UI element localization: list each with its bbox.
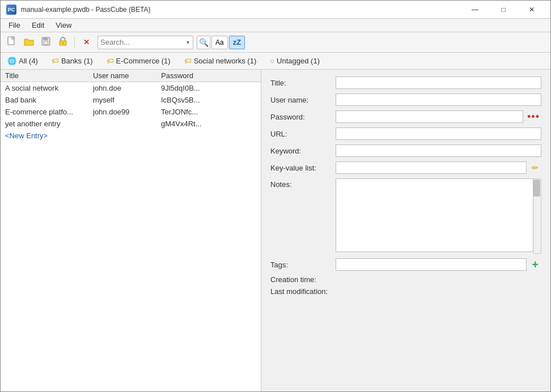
password-reveal-button[interactable]: ••• <box>525 110 541 123</box>
creation-time-row: Creation time: <box>270 275 541 284</box>
kv-row: ✏ <box>336 161 541 174</box>
titlebar: PC manual-example.pwdb - PassCube (BETA)… <box>1 1 550 19</box>
categories-bar: 🌐 All (4) 🏷 Banks (1) 🏷 E-Commerce (1) 🏷… <box>1 53 550 70</box>
table-row[interactable]: yet another entry gM4Vx4Rt... <box>1 118 261 130</box>
maximize-button[interactable]: □ <box>490 1 516 19</box>
keyword-input[interactable] <box>336 144 541 157</box>
search-container: ▾ <box>98 36 193 49</box>
open-icon <box>24 37 34 48</box>
svg-rect-3 <box>44 41 48 44</box>
svg-rect-2 <box>43 37 48 40</box>
entry-title: E-commerce platfo... <box>5 108 93 116</box>
entry-username <box>93 120 161 128</box>
new-icon <box>7 36 17 48</box>
title-input[interactable] <box>336 76 541 89</box>
username-field-row: User name: <box>270 93 541 106</box>
edit-icon: ✏ <box>532 163 539 172</box>
password-field-row: Password: ••• <box>270 110 541 123</box>
window-title: manual-example.pwdb - PassCube (BETA) <box>21 6 462 14</box>
menu-file[interactable]: File <box>3 20 26 31</box>
entry-username: john.doe <box>93 84 161 92</box>
kv-edit-button[interactable]: ✏ <box>529 161 541 174</box>
globe-icon: 🌐 <box>7 57 16 65</box>
dots-icon: ••• <box>527 111 540 123</box>
table-row[interactable]: Bad bank myself IcBQsv5B... <box>1 94 261 106</box>
keyword-field-row: Keyword: <box>270 144 541 157</box>
category-ecommerce-label: E-Commerce (1) <box>116 57 171 65</box>
notes-scrollbar[interactable] <box>533 178 541 254</box>
tags-row: + <box>336 258 541 271</box>
category-all-label: All (4) <box>19 57 38 65</box>
category-social[interactable]: 🏷 Social networks (1) <box>182 56 259 66</box>
entry-password: IcBQsv5B... <box>161 96 256 104</box>
search-icon: 🔍 <box>199 38 209 47</box>
entry-title: Bad bank <box>5 96 93 104</box>
password-label: Password: <box>270 113 336 121</box>
new-entry-row[interactable]: <New Entry> <box>1 130 261 142</box>
entry-list-panel: Title User name Password A social networ… <box>1 70 261 392</box>
app-icon: PC <box>6 5 16 15</box>
notes-wrapper <box>336 178 541 254</box>
search-input[interactable] <box>100 38 185 46</box>
case-sensitive-button[interactable]: Aa <box>211 36 228 49</box>
notes-input[interactable] <box>336 178 533 252</box>
new-button[interactable] <box>4 35 20 50</box>
entry-title: A social network <box>5 84 93 92</box>
add-tag-button[interactable]: + <box>529 258 541 271</box>
main-content: Title User name Password A social networ… <box>1 70 550 392</box>
tag-icon-social: 🏷 <box>184 57 192 65</box>
modification-time-row: Last modification: <box>270 287 541 296</box>
clear-icon: ✕ <box>83 38 90 46</box>
kv-input[interactable] <box>336 161 527 174</box>
category-banks[interactable]: 🏷 Banks (1) <box>49 56 95 66</box>
notes-scrollbar-thumb <box>533 180 540 197</box>
col-title: Title <box>5 71 93 80</box>
username-label: User name: <box>270 96 336 104</box>
title-label: Title: <box>270 79 336 87</box>
toolbar-separator-1 <box>74 37 75 48</box>
username-input[interactable] <box>336 93 541 106</box>
entry-title: yet another entry <box>5 120 93 128</box>
save-button[interactable] <box>38 35 54 50</box>
detail-panel: Title: User name: Password: ••• URL: Key… <box>261 70 550 392</box>
search-button[interactable]: 🔍 <box>197 36 210 49</box>
tag-icon-banks: 🏷 <box>52 57 59 65</box>
url-input[interactable] <box>336 127 541 140</box>
modification-label: Last modification: <box>270 287 336 296</box>
title-field-row: Title: <box>270 76 541 89</box>
url-label: URL: <box>270 130 336 138</box>
lock-button[interactable] <box>55 35 71 50</box>
save-icon <box>41 37 50 48</box>
circle-icon-untagged: ○ <box>270 57 274 65</box>
category-ecommerce[interactable]: 🏷 E-Commerce (1) <box>104 56 173 66</box>
new-entry-label: <New Entry> <box>5 131 93 140</box>
col-username: User name <box>93 71 161 80</box>
table-header: Title User name Password <box>1 70 261 82</box>
clear-button[interactable]: ✕ <box>78 35 94 50</box>
entry-username: john.doe99 <box>93 108 161 116</box>
open-button[interactable] <box>21 35 37 50</box>
entry-password: gM4Vx4Rt... <box>161 120 256 128</box>
svg-point-5 <box>62 42 64 44</box>
col-password: Password <box>161 71 256 80</box>
titlebar-buttons: — □ ✕ <box>462 1 545 19</box>
menu-view[interactable]: View <box>50 20 77 31</box>
table-row[interactable]: A social network john.doe 9Jl5dqI0B... <box>1 82 261 94</box>
sort-az-button[interactable]: zZ <box>229 36 245 49</box>
keyword-label: Keyword: <box>270 147 336 155</box>
category-social-label: Social networks (1) <box>194 57 257 65</box>
category-all[interactable]: 🌐 All (4) <box>5 56 40 66</box>
kv-field-row: Key-value list: ✏ <box>270 161 541 174</box>
table-row[interactable]: E-commerce platfo... john.doe99 TerJONfc… <box>1 106 261 118</box>
minimize-button[interactable]: — <box>462 1 488 19</box>
password-input[interactable] <box>336 110 523 123</box>
menu-edit[interactable]: Edit <box>26 20 50 31</box>
entry-username: myself <box>93 96 161 104</box>
menubar: File Edit View <box>1 19 550 32</box>
category-untagged[interactable]: ○ Untagged (1) <box>268 56 322 66</box>
lock-icon <box>59 37 67 48</box>
close-button[interactable]: ✕ <box>519 1 545 19</box>
entry-password: 9Jl5dqI0B... <box>161 84 256 92</box>
tags-input[interactable] <box>336 258 527 271</box>
search-dropdown-button[interactable]: ▾ <box>185 39 190 45</box>
